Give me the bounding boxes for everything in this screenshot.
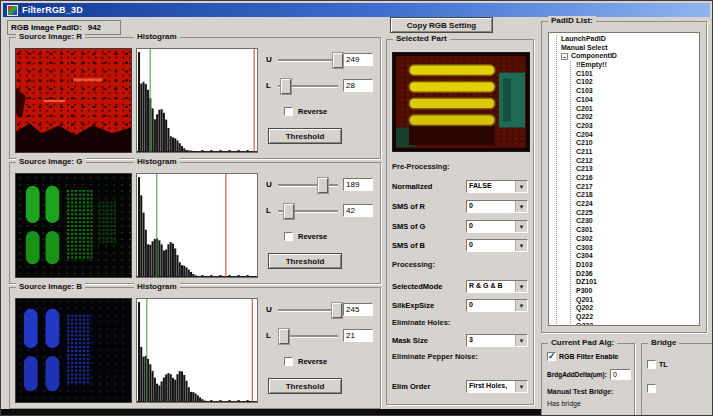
tree-item[interactable]: C204: [576, 131, 699, 140]
elim-order-dropdown[interactable]: First Holes,▼: [466, 380, 528, 393]
l-value-g[interactable]: 42: [343, 204, 373, 217]
chevron-down-icon[interactable]: ▼: [515, 381, 527, 392]
padid-tree[interactable]: LaunchPadID Manual Select - ComponentID …: [548, 32, 700, 326]
bridge-tl-checkbox[interactable]: [647, 360, 656, 369]
tree-item[interactable]: D236: [576, 270, 699, 279]
tree-item[interactable]: C216: [576, 174, 699, 183]
mask-size-dropdown[interactable]: 3▼: [466, 334, 528, 347]
tree-item[interactable]: C213: [576, 165, 699, 174]
threshold-button-r[interactable]: Threshold: [268, 128, 342, 144]
u-label-r: U: [266, 55, 273, 64]
chevron-down-icon[interactable]: ▼: [515, 335, 527, 346]
tree-item[interactable]: C302: [576, 235, 699, 244]
tree-item[interactable]: C101: [576, 70, 699, 79]
bottom-desktop-band: [1, 409, 541, 416]
chevron-down-icon[interactable]: ▼: [515, 181, 527, 192]
tree-item[interactable]: C210: [576, 139, 699, 148]
sms-of-b-row: SMS of B 0▼: [392, 239, 528, 252]
tree-item[interactable]: Q202: [576, 304, 699, 313]
dropdown-value: 0: [467, 240, 515, 251]
chevron-down-icon[interactable]: ▼: [515, 221, 527, 232]
tree-item[interactable]: Q222: [576, 313, 699, 322]
l-slider-b[interactable]: [278, 329, 338, 342]
slider-thumb[interactable]: [279, 329, 289, 344]
l-value-b[interactable]: 21: [343, 329, 373, 342]
tree-item[interactable]: C303: [576, 244, 699, 253]
slider-track[interactable]: [278, 184, 338, 187]
collapse-icon[interactable]: -: [561, 53, 568, 60]
processing-label: Processing:: [392, 260, 435, 269]
tree-item[interactable]: C104: [576, 96, 699, 105]
l-slider-g[interactable]: [278, 204, 338, 217]
u-value-b[interactable]: 245: [343, 303, 373, 316]
sms-of-r-dropdown[interactable]: 0▼: [466, 200, 528, 213]
tree-item[interactable]: C201: [576, 105, 699, 114]
slider-thumb[interactable]: [281, 79, 291, 94]
chevron-down-icon[interactable]: ▼: [515, 201, 527, 212]
silk-exp-size-dropdown[interactable]: 0▼: [466, 299, 528, 312]
tree-item[interactable]: C103: [576, 87, 699, 96]
selected-mode-dropdown[interactable]: R & G & B▼: [466, 280, 528, 293]
slider-thumb[interactable]: [333, 53, 343, 68]
u-value-r[interactable]: 249: [343, 53, 373, 66]
bridge-second-checkbox[interactable]: [647, 384, 656, 393]
brdg-add-delta-label: BrdgAddDelta(um):: [547, 371, 607, 378]
tree-item[interactable]: C211: [576, 148, 699, 157]
tree-item[interactable]: C217: [576, 183, 699, 192]
chevron-down-icon[interactable]: ▼: [515, 281, 527, 292]
tree-item[interactable]: C212: [576, 157, 699, 166]
tree-item[interactable]: C230: [576, 217, 699, 226]
tree-item[interactable]: Q223: [576, 322, 699, 326]
window-titlebar[interactable]: FilterRGB_3D: [3, 3, 710, 17]
copy-rgb-setting-button[interactable]: Copy RGB Setting: [390, 17, 493, 33]
threshold-button-g[interactable]: Threshold: [268, 253, 342, 269]
slider-track[interactable]: [278, 59, 338, 62]
tree-item[interactable]: D103: [576, 261, 699, 270]
u-slider-g[interactable]: [278, 178, 338, 191]
current-pad-alg-group: Current Pad Alg: RGB Filter Enable BrdgA…: [541, 343, 635, 416]
l-label-r: L: [266, 81, 273, 90]
l-slider-r[interactable]: [278, 79, 338, 92]
reverse-checkbox-r[interactable]: [284, 107, 293, 116]
tree-item[interactable]: !!Empty!!: [576, 61, 699, 70]
tree-item[interactable]: C218: [576, 191, 699, 200]
tree-item[interactable]: Q201: [576, 296, 699, 305]
tree-item[interactable]: C102: [576, 78, 699, 87]
u-slider-r[interactable]: [278, 53, 338, 66]
tree-item[interactable]: C304: [576, 252, 699, 261]
slider-thumb[interactable]: [332, 303, 342, 318]
u-slider-b[interactable]: [278, 303, 338, 316]
sms-of-b-dropdown[interactable]: 0▼: [466, 239, 528, 252]
tree-item[interactable]: C202: [576, 113, 699, 122]
tree-item-manual-select[interactable]: Manual Select: [561, 44, 699, 53]
tree-item-componentid[interactable]: - ComponentID: [561, 52, 699, 61]
tree-item-launchpadid[interactable]: LaunchPadID: [561, 35, 699, 44]
rgb-filter-enable-checkbox[interactable]: [547, 352, 556, 361]
dropdown-value: R & G & B: [467, 281, 515, 292]
chevron-down-icon[interactable]: ▼: [515, 240, 527, 251]
bridge-group: Bridge TL: [641, 343, 713, 416]
slider-thumb[interactable]: [284, 204, 294, 219]
chevron-down-icon[interactable]: ▼: [515, 300, 527, 311]
tree-item[interactable]: C225: [576, 209, 699, 218]
reverse-checkbox-g[interactable]: [284, 232, 293, 241]
padid-label: RGB Image PadID:: [11, 23, 82, 32]
reverse-checkbox-b[interactable]: [284, 357, 293, 366]
brdg-add-delta-field[interactable]: 0: [610, 369, 631, 380]
normalized-row: Normalized FALSE▼: [392, 180, 528, 193]
u-label-g: U: [266, 180, 273, 189]
sms-of-g-label: SMS of G: [392, 222, 425, 231]
slider-track[interactable]: [278, 309, 338, 312]
tree-item[interactable]: DZ101: [576, 278, 699, 287]
tree-item[interactable]: P300: [576, 287, 699, 296]
bridge-second-row: [647, 384, 711, 393]
u-value-g[interactable]: 189: [343, 178, 373, 191]
tree-item[interactable]: C301: [576, 226, 699, 235]
tree-item[interactable]: C203: [576, 122, 699, 131]
sms-of-g-dropdown[interactable]: 0▼: [466, 220, 528, 233]
tree-item[interactable]: C224: [576, 200, 699, 209]
l-value-r[interactable]: 28: [343, 79, 373, 92]
normalized-dropdown[interactable]: FALSE▼: [466, 180, 528, 193]
threshold-button-b[interactable]: Threshold: [268, 378, 342, 394]
slider-thumb[interactable]: [318, 178, 328, 193]
